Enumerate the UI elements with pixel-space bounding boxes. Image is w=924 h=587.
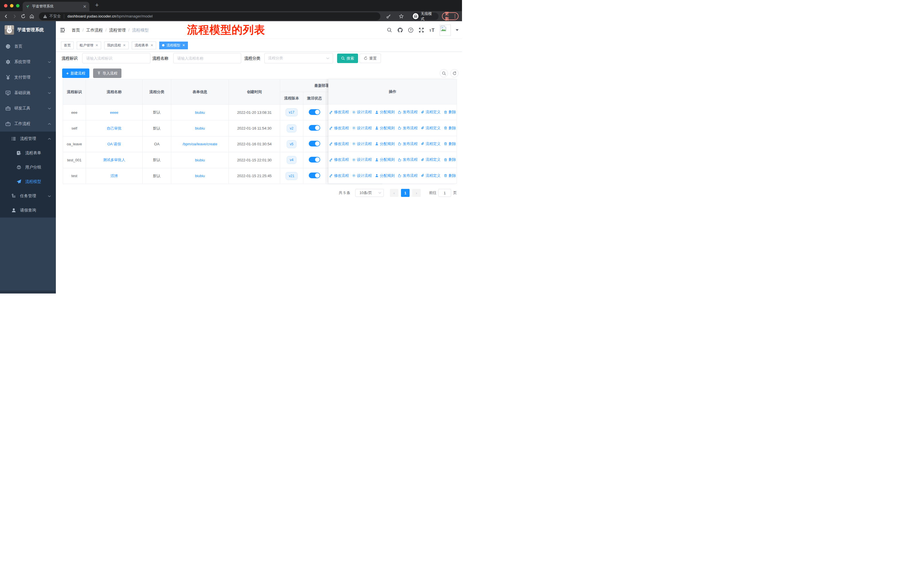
action-edit-process-link[interactable]: 修改流程	[329, 141, 349, 147]
active-status-toggle[interactable]	[309, 109, 320, 115]
action-delete-link[interactable]: 删除	[444, 173, 456, 178]
close-window-button[interactable]	[4, 4, 7, 7]
tag-my-process[interactable]: 我的流程 ✕	[104, 41, 129, 49]
action-process-definition-link[interactable]: 流程定义	[421, 141, 441, 147]
tag-home[interactable]: 首页	[61, 41, 74, 49]
action-design-process-link[interactable]: 设计流程	[352, 157, 372, 162]
github-icon[interactable]	[397, 27, 403, 33]
action-edit-process-link[interactable]: 修改流程	[329, 173, 349, 178]
process-id-input[interactable]	[82, 53, 150, 63]
sidebar-item-payment[interactable]: 支付管理	[0, 69, 56, 85]
action-design-process-link[interactable]: 设计流程	[352, 141, 372, 147]
breadcrumb-item[interactable]: 首页	[72, 28, 80, 33]
form-info-link[interactable]: biubiu	[195, 158, 205, 162]
active-status-toggle[interactable]	[309, 141, 320, 147]
action-assign-rule-link[interactable]: 分配规则	[375, 157, 395, 162]
sidebar-item-user-group[interactable]: 用户分组	[0, 160, 56, 175]
user-avatar[interactable]	[440, 25, 451, 36]
forward-icon[interactable]	[12, 14, 17, 19]
back-icon[interactable]	[3, 14, 8, 19]
tag-tenant[interactable]: 租户管理 ✕	[77, 41, 101, 49]
active-status-toggle[interactable]	[309, 157, 320, 162]
action-delete-link[interactable]: 删除	[444, 109, 456, 115]
create-process-button[interactable]: + 新建流程	[62, 68, 89, 78]
action-edit-process-link[interactable]: 修改流程	[329, 126, 349, 131]
sidebar-item-process-management[interactable]: 流程管理	[0, 132, 56, 146]
sidebar-item-devtools[interactable]: 研发工具	[0, 101, 56, 116]
breadcrumb-item[interactable]: 工作流程	[86, 28, 103, 33]
action-assign-rule-link[interactable]: 分配规则	[375, 173, 395, 178]
page-size-select[interactable]: 10条/页	[355, 189, 384, 197]
home-icon[interactable]	[29, 14, 35, 19]
model-name-link[interactable]: 滔博	[111, 174, 118, 178]
tag-close-icon[interactable]: ✕	[96, 43, 98, 47]
sidebar-item-infrastructure[interactable]: 基础设施	[0, 85, 56, 101]
tag-process-form[interactable]: 流程表单 ✕	[132, 41, 156, 49]
tag-close-icon[interactable]: ✕	[150, 43, 153, 47]
action-publish-process-link[interactable]: 发布流程	[398, 141, 417, 147]
search-button[interactable]: 搜索	[337, 54, 358, 63]
bookmark-star-icon[interactable]	[399, 14, 404, 19]
search-icon[interactable]	[387, 27, 393, 33]
process-name-input[interactable]	[173, 53, 241, 63]
reload-icon[interactable]	[21, 14, 26, 19]
action-delete-link[interactable]: 删除	[444, 141, 456, 147]
form-info-link[interactable]: biubiu	[195, 110, 205, 115]
action-publish-process-link[interactable]: 发布流程	[398, 109, 417, 115]
minimize-window-button[interactable]	[10, 4, 13, 7]
action-publish-process-link[interactable]: 发布流程	[398, 173, 417, 178]
action-assign-rule-link[interactable]: 分配规则	[375, 109, 395, 115]
action-publish-process-link[interactable]: 发布流程	[398, 126, 417, 131]
tag-close-icon[interactable]: ✕	[123, 43, 126, 47]
browser-tab[interactable]: 芋道管理系统 ✕	[23, 2, 89, 11]
reset-button[interactable]: 重置	[360, 54, 381, 63]
address-bar[interactable]: 不安全 dashboard.yudao.iocoder.cn/bpm/manag…	[39, 12, 380, 20]
sidebar-item-task-management[interactable]: 任务管理	[0, 189, 56, 203]
action-edit-process-link[interactable]: 修改流程	[329, 157, 349, 162]
form-info-link[interactable]: biubiu	[195, 126, 205, 131]
avatar-dropdown-caret[interactable]	[456, 29, 459, 31]
sidebar-item-workflow[interactable]: 工作流程	[0, 116, 56, 132]
form-info-link[interactable]: /bpm/oa/leave/create	[182, 142, 217, 146]
help-icon[interactable]: ?	[408, 27, 414, 33]
chrome-update-button[interactable]: 更新	[442, 12, 459, 20]
action-design-process-link[interactable]: 设计流程	[352, 109, 372, 115]
sidebar-item-leave-query[interactable]: 请假查询	[0, 203, 56, 218]
sidebar-item-system[interactable]: 系统管理	[0, 54, 56, 69]
refresh-table-button[interactable]	[450, 69, 459, 78]
action-delete-link[interactable]: 删除	[444, 157, 456, 162]
font-size-icon[interactable]: T T	[429, 27, 435, 33]
sidebar-collapse-bar[interactable]	[0, 291, 56, 293]
model-name-link[interactable]: 测试多审批人	[103, 158, 125, 162]
action-delete-link[interactable]: 删除	[444, 126, 456, 131]
active-status-toggle[interactable]	[309, 172, 320, 178]
action-assign-rule-link[interactable]: 分配规则	[375, 126, 395, 131]
prev-page-button[interactable]: ‹	[390, 189, 398, 197]
sidebar-fold-icon[interactable]	[59, 27, 65, 33]
browser-menu-icon[interactable]	[455, 14, 455, 18]
next-page-button[interactable]: ›	[412, 189, 421, 197]
sidebar-item-process-form[interactable]: 流程表单	[0, 146, 56, 160]
new-tab-button[interactable]: +	[95, 2, 99, 9]
model-name-link[interactable]: 自己审批	[107, 126, 122, 131]
action-design-process-link[interactable]: 设计流程	[352, 173, 372, 178]
action-edit-process-link[interactable]: 修改流程	[329, 109, 349, 115]
sidebar-item-process-model[interactable]: 流程模型	[0, 175, 56, 189]
action-process-definition-link[interactable]: 流程定义	[421, 173, 441, 178]
action-publish-process-link[interactable]: 发布流程	[398, 157, 417, 162]
form-info-link[interactable]: biubiu	[195, 174, 205, 178]
action-process-definition-link[interactable]: 流程定义	[421, 109, 441, 115]
import-process-button[interactable]: 导入流程	[93, 68, 121, 78]
action-design-process-link[interactable]: 设计流程	[352, 126, 372, 131]
process-category-select[interactable]: 流程分类	[264, 53, 333, 63]
tab-close-icon[interactable]: ✕	[83, 4, 86, 9]
breadcrumb-item[interactable]: 流程管理	[109, 28, 126, 33]
tag-process-model[interactable]: 流程模型 ✕	[159, 41, 188, 49]
model-name-link[interactable]: eeee	[110, 110, 118, 115]
action-process-definition-link[interactable]: 流程定义	[421, 126, 441, 131]
active-status-toggle[interactable]	[309, 125, 320, 131]
show-search-toggle-button[interactable]	[440, 69, 448, 78]
current-page-button[interactable]: 1	[401, 189, 409, 197]
zoom-window-button[interactable]	[16, 4, 20, 7]
sidebar-item-home[interactable]: 首页	[0, 39, 56, 54]
